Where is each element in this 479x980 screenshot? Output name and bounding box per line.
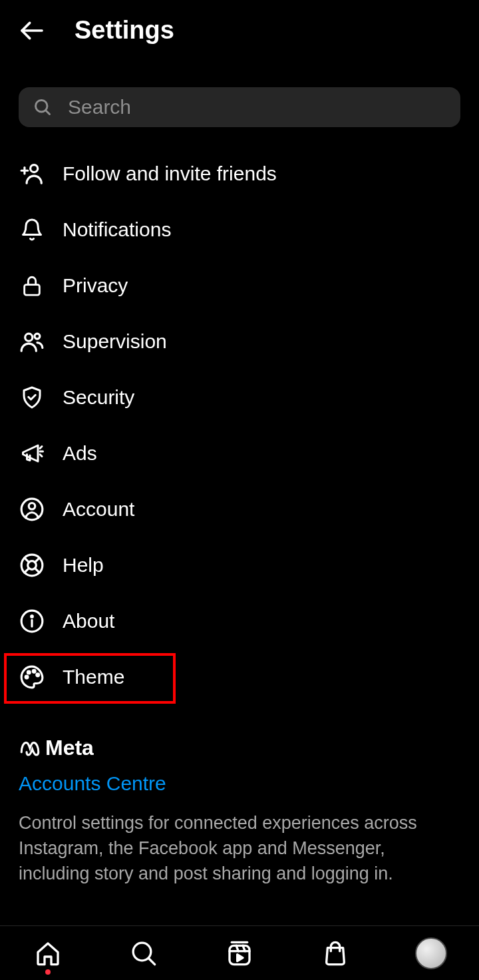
menu-item-follow-invite[interactable]: Follow and invite friends — [19, 146, 460, 202]
svg-point-25 — [33, 670, 35, 672]
search-input[interactable] — [68, 96, 446, 119]
meta-brand-text: Meta — [45, 736, 94, 760]
reels-icon — [226, 940, 253, 967]
menu-item-supervision[interactable]: Supervision — [19, 314, 460, 369]
menu-item-about[interactable]: About — [19, 593, 460, 649]
menu-item-privacy[interactable]: Privacy — [19, 258, 460, 314]
svg-point-7 — [25, 334, 33, 341]
nav-profile[interactable] — [415, 937, 447, 969]
palette-icon — [19, 664, 45, 690]
bottom-navigation — [0, 925, 479, 980]
svg-rect-6 — [25, 285, 40, 296]
nav-home[interactable] — [32, 937, 64, 969]
person-add-icon — [19, 160, 45, 187]
menu-item-help[interactable]: Help — [19, 537, 460, 593]
nav-reels[interactable] — [224, 937, 255, 969]
nav-search[interactable] — [128, 937, 160, 969]
svg-line-28 — [149, 958, 155, 964]
svg-point-26 — [37, 674, 39, 676]
menu-item-security[interactable]: Security — [19, 369, 460, 425]
menu-label: Follow and invite friends — [63, 162, 277, 185]
svg-point-8 — [35, 334, 40, 339]
menu-label: Theme — [63, 666, 124, 688]
svg-line-11 — [40, 455, 42, 457]
svg-line-19 — [25, 568, 29, 573]
svg-point-3 — [31, 165, 38, 172]
meta-description: Control settings for connected experienc… — [19, 811, 460, 886]
menu-label: Account — [63, 498, 134, 521]
svg-point-24 — [27, 671, 30, 674]
user-circle-icon — [19, 496, 45, 523]
menu-item-notifications[interactable]: Notifications — [19, 202, 460, 258]
megaphone-icon — [19, 440, 45, 467]
meta-section: Meta Accounts Centre Control settings fo… — [0, 705, 479, 886]
search-icon — [130, 940, 157, 967]
menu-item-ads[interactable]: Ads — [19, 425, 460, 481]
shield-check-icon — [19, 384, 45, 411]
notification-dot — [45, 969, 51, 975]
people-icon — [19, 328, 45, 355]
svg-point-23 — [25, 676, 28, 678]
lock-icon — [19, 272, 45, 299]
arrow-left-icon — [19, 17, 45, 44]
search-bar[interactable] — [19, 87, 460, 127]
menu-label: Supervision — [63, 330, 167, 353]
svg-point-22 — [31, 616, 33, 618]
svg-line-2 — [46, 111, 50, 115]
svg-marker-33 — [238, 954, 243, 961]
meta-icon — [19, 737, 41, 760]
menu-item-theme[interactable]: Theme — [19, 649, 460, 705]
menu-label: Notifications — [63, 218, 171, 241]
settings-menu: Follow and invite friends Notifications … — [0, 146, 479, 705]
menu-label: About — [63, 610, 114, 632]
meta-logo: Meta — [19, 736, 460, 760]
search-icon — [33, 98, 52, 117]
menu-label: Security — [63, 386, 134, 409]
svg-line-16 — [25, 558, 29, 563]
svg-line-9 — [40, 447, 42, 449]
accounts-centre-link[interactable]: Accounts Centre — [19, 772, 460, 795]
home-icon — [35, 940, 61, 967]
life-ring-icon — [19, 552, 45, 579]
shopping-bag-icon — [322, 940, 349, 967]
settings-header: Settings — [0, 0, 479, 61]
page-title: Settings — [75, 16, 174, 45]
info-icon — [19, 608, 45, 634]
menu-label: Help — [63, 554, 104, 577]
menu-label: Privacy — [63, 274, 128, 297]
bell-icon — [19, 216, 45, 243]
svg-line-18 — [35, 558, 39, 563]
profile-avatar-icon — [415, 937, 447, 969]
nav-shop[interactable] — [319, 937, 351, 969]
menu-item-account[interactable]: Account — [19, 481, 460, 537]
svg-point-13 — [29, 503, 35, 510]
menu-label: Ads — [63, 442, 97, 465]
svg-line-17 — [35, 568, 39, 573]
back-button[interactable] — [19, 17, 45, 44]
